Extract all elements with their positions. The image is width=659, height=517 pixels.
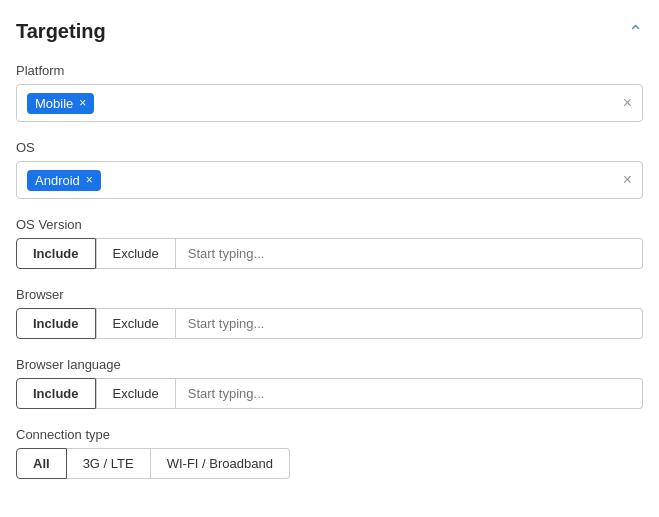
- browser-controls: Include Exclude: [16, 308, 643, 339]
- os-tag-close[interactable]: ×: [86, 174, 93, 186]
- os-version-controls: Include Exclude: [16, 238, 643, 269]
- browser-language-section: Browser language Include Exclude: [16, 357, 643, 409]
- platform-input[interactable]: Mobile × ×: [16, 84, 643, 122]
- os-version-input[interactable]: [176, 238, 643, 269]
- targeting-header: Targeting ⌃: [16, 20, 643, 43]
- platform-section: Platform Mobile × ×: [16, 63, 643, 122]
- browser-input[interactable]: [176, 308, 643, 339]
- browser-language-include-button[interactable]: Include: [16, 378, 96, 409]
- platform-tag-mobile: Mobile ×: [27, 93, 94, 114]
- os-input[interactable]: Android × ×: [16, 161, 643, 199]
- platform-label: Platform: [16, 63, 643, 78]
- browser-label: Browser: [16, 287, 643, 302]
- browser-language-controls: Include Exclude: [16, 378, 643, 409]
- collapse-icon[interactable]: ⌃: [628, 21, 643, 43]
- connection-type-3g-button[interactable]: 3G / LTE: [67, 448, 151, 479]
- page-title: Targeting: [16, 20, 106, 43]
- os-version-section: OS Version Include Exclude: [16, 217, 643, 269]
- platform-tag-label: Mobile: [35, 96, 73, 111]
- os-version-exclude-button[interactable]: Exclude: [96, 238, 176, 269]
- os-label: OS: [16, 140, 643, 155]
- browser-language-input[interactable]: [176, 378, 643, 409]
- browser-exclude-button[interactable]: Exclude: [96, 308, 176, 339]
- os-tag-android: Android ×: [27, 170, 101, 191]
- browser-language-exclude-button[interactable]: Exclude: [96, 378, 176, 409]
- connection-type-label: Connection type: [16, 427, 643, 442]
- connection-type-controls: All 3G / LTE WI-FI / Broadband: [16, 448, 643, 479]
- connection-type-all-button[interactable]: All: [16, 448, 67, 479]
- browser-language-label: Browser language: [16, 357, 643, 372]
- browser-section: Browser Include Exclude: [16, 287, 643, 339]
- connection-type-wifi-button[interactable]: WI-FI / Broadband: [151, 448, 290, 479]
- os-clear-icon[interactable]: ×: [623, 171, 632, 189]
- os-tag-label: Android: [35, 173, 80, 188]
- os-version-label: OS Version: [16, 217, 643, 232]
- platform-clear-icon[interactable]: ×: [623, 94, 632, 112]
- os-section: OS Android × ×: [16, 140, 643, 199]
- connection-type-section: Connection type All 3G / LTE WI-FI / Bro…: [16, 427, 643, 479]
- platform-tag-close[interactable]: ×: [79, 97, 86, 109]
- browser-include-button[interactable]: Include: [16, 308, 96, 339]
- os-version-include-button[interactable]: Include: [16, 238, 96, 269]
